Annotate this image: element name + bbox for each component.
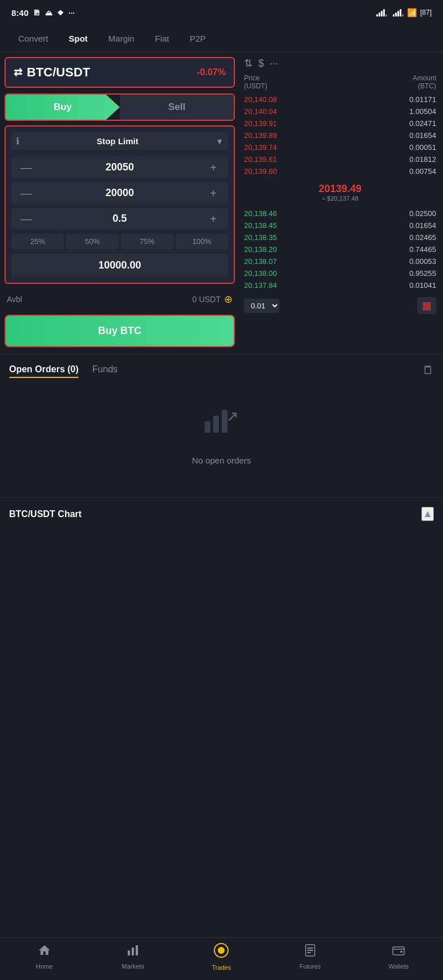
battery-indicator: [87] <box>420 9 432 17</box>
mid-price-row[interactable]: 20139.49 ≈ $20,137.48 <box>242 180 438 205</box>
wallets-icon <box>392 944 405 961</box>
decimal-select[interactable]: 0.01 0.1 1 <box>244 299 279 313</box>
svg-rect-11 <box>307 950 313 951</box>
svg-rect-3 <box>128 950 130 955</box>
limit-minus-button[interactable]: — <box>18 188 34 199</box>
dollar-icon[interactable]: $ <box>258 58 264 70</box>
chart-title: BTC/USDT Chart <box>9 509 82 519</box>
trades-icon <box>213 942 229 962</box>
tab-p2p[interactable]: P2P <box>181 28 215 49</box>
sell-order-row[interactable]: 20,139.74 0.00051 <box>242 141 438 153</box>
orders-tab-left: Open Orders (0) Funds <box>9 364 117 377</box>
nav-markets-label: Markets <box>122 963 144 970</box>
status-time: 8:40 🖹 ⛰ ❖ ··· <box>11 8 75 18</box>
sell-order-row[interactable]: 20,139.91 0.02471 <box>242 117 438 129</box>
pair-header[interactable]: ⇄ BTC/USDT -0.07% <box>5 57 235 88</box>
empty-orders-icon <box>202 404 242 446</box>
amount-minus-button[interactable]: — <box>18 213 34 225</box>
sell-order-row[interactable]: 20,140.08 0.01171 <box>242 93 438 105</box>
empty-text: No open orders <box>192 456 251 465</box>
svg-rect-5 <box>136 945 138 955</box>
swap-icon: ⇄ <box>14 66 22 79</box>
svg-rect-12 <box>307 952 311 953</box>
buy-order-row[interactable]: 20,137.84 0.01041 <box>242 279 438 291</box>
tab-fiat[interactable]: Fiat <box>146 28 178 49</box>
total-value: 10000.00 <box>98 259 141 271</box>
mid-price-sub: ≈ $20,137.48 <box>244 195 436 202</box>
main-content: ⇄ BTC/USDT -0.07% Buy Sell ℹ Stop Limit … <box>0 52 443 354</box>
svg-rect-4 <box>132 948 134 955</box>
buy-order-row[interactable]: 20,138.46 0.02500 <box>242 208 438 219</box>
nav-item-home[interactable]: Home <box>27 944 62 970</box>
amount-value: 0.5 <box>34 213 205 225</box>
order-type-label: Stop Limit <box>19 136 216 146</box>
percent-75-button[interactable]: 75% <box>121 234 173 249</box>
pair-change: -0.07% <box>197 67 226 78</box>
tab-spot[interactable]: Spot <box>60 28 97 49</box>
percent-100-button[interactable]: 100% <box>176 234 228 249</box>
bottom-nav: Home Markets Trades <box>0 937 443 980</box>
chart-section: BTC/USDT Chart ▲ <box>0 497 443 530</box>
stop-price-value: 20050 <box>34 161 205 173</box>
buy-order-row[interactable]: 20,138.07 0.00053 <box>242 255 438 267</box>
tab-open-orders[interactable]: Open Orders (0) <box>9 364 79 377</box>
grid-view-icon[interactable]: ▦ <box>417 297 436 314</box>
mid-price-value: 20139.49 <box>244 183 436 195</box>
buy-btc-button[interactable]: Buy BTC <box>5 315 235 347</box>
orders-doc-icon[interactable]: 🗒 <box>422 364 434 377</box>
order-book-header: Price (USDT) Amount (BTC) <box>242 74 438 90</box>
svg-point-8 <box>218 947 225 954</box>
nav-item-wallets[interactable]: Wallets <box>381 944 416 970</box>
stop-plus-button[interactable]: + <box>205 162 221 173</box>
chart-toggle-button[interactable]: ▲ <box>421 507 434 521</box>
sell-order-row[interactable]: 20,139.89 0.01654 <box>242 129 438 141</box>
tab-funds[interactable]: Funds <box>92 364 117 377</box>
sell-order-row[interactable]: 20,140.04 1.00504 <box>242 105 438 117</box>
buy-order-row[interactable]: 20,138.20 0.74465 <box>242 243 438 255</box>
sell-orders: 20,140.08 0.01171 20,140.04 1.00504 20,1… <box>242 93 438 177</box>
tab-margin[interactable]: Margin <box>99 28 144 49</box>
buy-tab[interactable]: Buy <box>6 95 120 120</box>
avbl-row: Avbl 0 USDT ⊕ <box>5 288 235 310</box>
order-book-panel: ⇅ $ ··· Price (USDT) Amount (BTC) 20,140… <box>239 52 443 354</box>
buy-order-row[interactable]: 20,138.35 0.02465 <box>242 231 438 243</box>
buy-order-row[interactable]: 20,138.45 0.01654 <box>242 219 438 231</box>
svg-rect-2 <box>222 410 227 433</box>
svg-rect-1 <box>213 416 219 433</box>
percent-50-button[interactable]: 50% <box>66 234 119 249</box>
buy-orders: 20,138.46 0.02500 20,138.45 0.01654 20,1… <box>242 208 438 291</box>
order-form: ℹ Stop Limit ▼ — 20050 + — 20000 + — 0.5… <box>5 125 235 284</box>
avbl-right: 0 USDT ⊕ <box>192 293 233 306</box>
price-column-header: Price (USDT) <box>244 74 267 90</box>
wifi-icon: 📶 <box>407 8 417 17</box>
nav-futures-label: Futures <box>299 963 320 970</box>
amount-plus-button[interactable]: + <box>205 213 221 225</box>
percent-25-button[interactable]: 25% <box>11 234 64 249</box>
limit-price-value: 20000 <box>34 187 205 199</box>
sell-order-row[interactable]: 20,139.60 0.00754 <box>242 165 438 177</box>
signal-icon-2 <box>393 9 404 17</box>
decimal-row: 0.01 0.1 1 ▦ <box>242 295 438 316</box>
nav-item-futures[interactable]: Futures <box>293 944 327 970</box>
percent-row: 25% 50% 75% 100% <box>11 234 228 249</box>
sell-tab[interactable]: Sell <box>120 95 234 120</box>
nav-item-trades[interactable]: Trades <box>204 942 238 971</box>
order-book-actions: ⇅ $ ··· <box>242 57 438 70</box>
total-row[interactable]: 10000.00 <box>11 254 228 277</box>
stop-minus-button[interactable]: — <box>18 162 34 173</box>
buy-order-row[interactable]: 20,138.00 0.95255 <box>242 267 438 279</box>
sell-order-row[interactable]: 20,139.61 0.01812 <box>242 153 438 165</box>
limit-plus-button[interactable]: + <box>205 188 221 199</box>
orders-tabs: Open Orders (0) Funds 🗒 <box>9 364 434 377</box>
stop-price-input-row: — 20050 + <box>11 157 228 178</box>
add-funds-icon[interactable]: ⊕ <box>224 293 233 306</box>
order-type-row[interactable]: ℹ Stop Limit ▼ <box>11 132 228 150</box>
nav-home-label: Home <box>36 963 52 970</box>
open-orders-section: Open Orders (0) Funds 🗒 No open orders <box>0 354 443 497</box>
nav-item-markets[interactable]: Markets <box>116 944 150 970</box>
tab-convert[interactable]: Convert <box>9 28 58 49</box>
more-options-icon[interactable]: ··· <box>270 58 278 70</box>
avbl-label: Avbl <box>7 295 22 304</box>
svg-rect-0 <box>205 421 210 433</box>
order-book-layout-icon[interactable]: ⇅ <box>244 57 253 70</box>
